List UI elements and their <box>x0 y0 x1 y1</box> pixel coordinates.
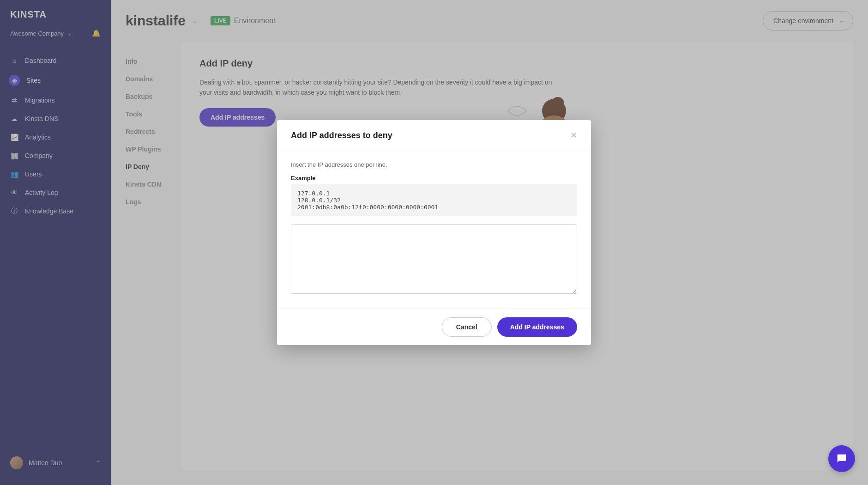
modal-title: Add IP addresses to deny <box>291 131 392 140</box>
example-label: Example <box>291 175 577 182</box>
chat-launcher[interactable] <box>828 445 855 472</box>
example-box: 127.0.0.1 128.0.0.1/32 2001:0db8:0a0b:12… <box>291 184 577 216</box>
modal-hint: Insert the IP addresses one per line. <box>291 161 577 168</box>
add-ip-deny-modal: Add IP addresses to deny ✕ Insert the IP… <box>277 120 591 345</box>
modal-overlay[interactable]: Add IP addresses to deny ✕ Insert the IP… <box>0 0 868 485</box>
cancel-button[interactable]: Cancel <box>442 317 492 337</box>
chat-icon <box>835 452 848 465</box>
close-icon: ✕ <box>570 131 577 140</box>
modal-close-button[interactable]: ✕ <box>570 130 577 140</box>
ip-addresses-input[interactable] <box>291 224 577 294</box>
submit-add-ip-button[interactable]: Add IP addresses <box>497 317 577 337</box>
